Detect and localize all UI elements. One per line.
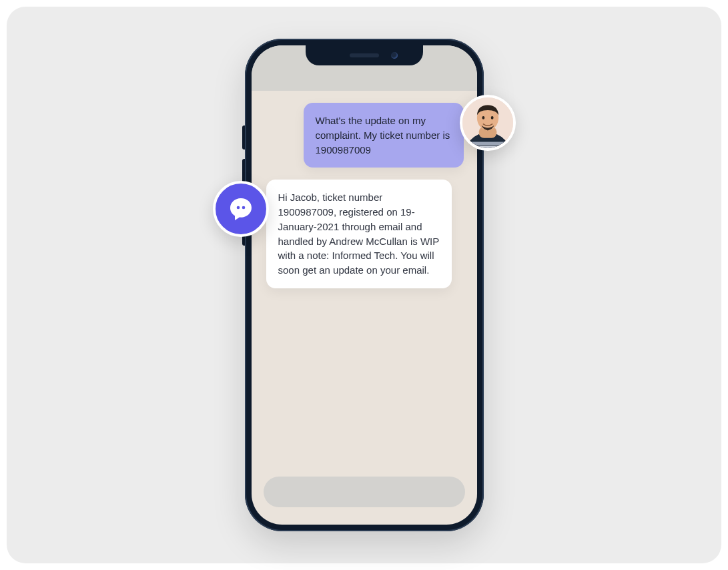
- svg-rect-7: [470, 146, 505, 148]
- person-avatar-icon: [462, 97, 513, 148]
- svg-rect-6: [470, 142, 505, 146]
- bot-message-bubble: Hi Jacob, ticket number 1900987009, regi…: [266, 180, 452, 288]
- chat-bubble-icon: [228, 196, 254, 222]
- svg-point-8: [236, 206, 240, 210]
- bot-message-text: Hi Jacob, ticket number 1900987009, regi…: [278, 192, 440, 276]
- svg-point-9: [242, 206, 245, 210]
- phone-screen: What's the update on my complaint. My ti…: [252, 45, 477, 525]
- input-row: [252, 469, 477, 525]
- front-camera: [391, 52, 398, 59]
- message-input[interactable]: [264, 477, 465, 507]
- speaker-grill: [350, 53, 379, 57]
- bot-avatar: [213, 181, 269, 237]
- stage-background: What's the update on my complaint. My ti…: [7, 7, 721, 563]
- chat-scroll-area[interactable]: What's the update on my complaint. My ti…: [252, 91, 477, 469]
- phone-wrapper: What's the update on my complaint. My ti…: [245, 39, 484, 531]
- user-message-text: What's the update on my complaint. My ti…: [316, 115, 450, 156]
- svg-point-5: [490, 116, 493, 119]
- phone-notch: [306, 45, 423, 65]
- phone-frame: What's the update on my complaint. My ti…: [245, 39, 484, 531]
- user-avatar: [460, 95, 516, 151]
- user-message-bubble: What's the update on my complaint. My ti…: [304, 103, 464, 168]
- svg-point-4: [482, 116, 484, 119]
